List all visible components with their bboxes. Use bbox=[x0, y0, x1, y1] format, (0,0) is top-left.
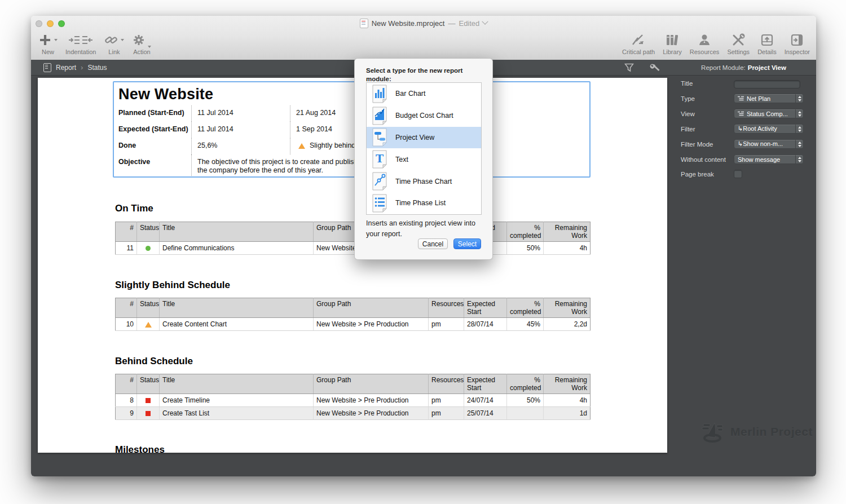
expected-label: Expected (Start-End) bbox=[114, 122, 191, 138]
summary-row-planned: Planned (Start-End) 11 Jul 2014 21 Aug 2… bbox=[114, 105, 589, 122]
inspector-label: Inspector bbox=[785, 48, 810, 55]
breadcrumb-status[interactable]: Status bbox=[87, 64, 107, 72]
report-doc-icon bbox=[43, 63, 51, 72]
table-row[interactable]: 8 Create Timeline New Website > Pre Prod… bbox=[116, 394, 591, 407]
done-label: Done bbox=[114, 138, 191, 154]
list-item-project-view[interactable]: Project View bbox=[367, 127, 481, 149]
settings-label: Settings bbox=[727, 48, 750, 55]
list-item-label: Time Phase Chart bbox=[395, 178, 452, 185]
edited-label: Edited bbox=[459, 19, 479, 28]
behind-schedule-table[interactable]: # Status Title Group Path Resources Expe… bbox=[115, 374, 591, 420]
list-item-label: Text bbox=[395, 156, 408, 163]
indentation-icon bbox=[68, 34, 93, 46]
report-page: New Website Planned (Start-End) 11 Jul 2… bbox=[38, 78, 667, 453]
link-dropdown-arrow-icon[interactable] bbox=[121, 39, 124, 41]
table-row[interactable]: 10 Create Content Chart New Website > Pr… bbox=[116, 318, 591, 331]
library-button[interactable]: Library bbox=[659, 30, 686, 59]
status-icon bbox=[146, 398, 151, 403]
slightly-behind-table[interactable]: # Status Title Group Path Resources Expe… bbox=[115, 298, 591, 331]
view-stepper[interactable] bbox=[795, 109, 803, 118]
expected-start: 11 Jul 2014 bbox=[191, 122, 290, 138]
summary-row-objective: Objective The objective of this project … bbox=[114, 154, 589, 178]
resources-button[interactable]: Resources bbox=[686, 30, 724, 59]
title-dash: — bbox=[448, 19, 455, 28]
filter-dropdown[interactable]: ↳Root Activity bbox=[734, 124, 804, 134]
window-title: New Website.mproject bbox=[372, 19, 445, 28]
title-input[interactable] bbox=[734, 80, 800, 89]
list-item-budget-cost-chart[interactable]: Budget Cost Chart bbox=[367, 105, 481, 127]
settings-button[interactable]: Settings bbox=[723, 30, 754, 59]
project-summary: Planned (Start-End) 11 Jul 2014 21 Aug 2… bbox=[114, 105, 589, 178]
library-label: Library bbox=[663, 48, 682, 55]
section-heading-on-time: On Time bbox=[115, 203, 153, 214]
merlin-logo: Merlin Project bbox=[701, 421, 813, 443]
time-phase-chart-icon bbox=[371, 172, 388, 191]
objective-line2: the company before the end of this year. bbox=[197, 166, 323, 174]
project-summary-module[interactable]: New Website Planned (Start-End) 11 Jul 2… bbox=[113, 81, 591, 178]
on-time-table[interactable]: # Status Title Group Path Resources Expe… bbox=[115, 222, 591, 255]
critical-path-icon bbox=[631, 33, 646, 47]
view-field-label: View bbox=[681, 110, 695, 117]
breadcrumb: Report › Status bbox=[43, 60, 107, 75]
app-window: New Website.mproject — Edited New bbox=[31, 16, 816, 476]
filter-mode-stepper[interactable] bbox=[795, 140, 803, 148]
filter-stepper[interactable] bbox=[795, 125, 803, 133]
inspector-button[interactable]: Inspector bbox=[781, 30, 814, 59]
new-button[interactable]: New bbox=[34, 30, 61, 59]
select-button[interactable]: Select bbox=[453, 238, 481, 249]
table-row[interactable]: 9 Create Tast List New Website > Pre Pro… bbox=[116, 407, 591, 420]
action-dropdown-arrow-icon[interactable] bbox=[148, 46, 151, 48]
list-item-time-phase-list[interactable]: Time Phase List bbox=[367, 192, 481, 214]
status-icon bbox=[146, 246, 151, 251]
list-item-label: Budget Cost Chart bbox=[395, 112, 453, 120]
critical-path-button[interactable]: Critical path bbox=[618, 30, 659, 59]
wrench-icon[interactable] bbox=[650, 63, 660, 72]
filter-mode-dropdown[interactable]: ↳Show non-m... bbox=[734, 139, 804, 149]
breadcrumb-report[interactable]: Report bbox=[56, 64, 76, 72]
action-label: Action bbox=[133, 48, 151, 55]
action-button[interactable]: Action bbox=[128, 30, 155, 59]
list-item-bar-chart[interactable]: Bar Chart bbox=[367, 83, 481, 105]
title-field-label: Title bbox=[681, 80, 693, 87]
project-title: New Website bbox=[114, 82, 589, 105]
bar-chart-icon bbox=[371, 85, 388, 103]
cancel-button[interactable]: Cancel bbox=[418, 238, 448, 249]
toolbar-right-group: Critical path Library bbox=[618, 30, 814, 59]
window-chrome: New Website.mproject — Edited New bbox=[31, 16, 816, 60]
page-break-field-label: Page break bbox=[681, 171, 714, 178]
strip-icons bbox=[624, 60, 660, 75]
page-break-checkbox[interactable] bbox=[734, 170, 742, 178]
list-item-time-phase-chart[interactable]: Time Phase Chart bbox=[367, 170, 481, 192]
popover-buttons: Cancel Select bbox=[418, 238, 481, 249]
link-button[interactable]: Link bbox=[100, 30, 128, 59]
details-button[interactable]: Details bbox=[754, 30, 781, 59]
filter-value: ↳Root Activity bbox=[738, 125, 795, 132]
screen: New Website.mproject — Edited New bbox=[0, 0, 846, 504]
budget-cost-chart-icon bbox=[371, 107, 388, 125]
view-value: Status Comp... bbox=[747, 110, 795, 117]
without-content-stepper[interactable] bbox=[795, 155, 803, 163]
filter-funnel-icon[interactable] bbox=[624, 63, 634, 72]
inspector-header-prefix: Report Module: bbox=[701, 64, 746, 71]
library-icon bbox=[665, 33, 680, 47]
new-dropdown-arrow-icon[interactable] bbox=[54, 39, 58, 41]
status-icon bbox=[146, 411, 151, 416]
breadcrumb-separator: › bbox=[81, 63, 83, 72]
type-stepper[interactable] bbox=[795, 94, 803, 103]
merlin-logo-text: Merlin Project bbox=[730, 425, 813, 439]
toolbar: New Indentation bbox=[31, 30, 816, 60]
table-header-row: # Status Title Group Path Resources Expe… bbox=[116, 298, 591, 318]
title-chevron-down-icon[interactable] bbox=[482, 19, 488, 25]
filter-mode-value: ↳Show non-m... bbox=[738, 140, 795, 148]
list-item-text[interactable]: T Text bbox=[367, 148, 481, 170]
view-dropdown[interactable]: Status Comp... bbox=[734, 109, 804, 118]
table-row[interactable]: 11 Define Communications New Website 50%… bbox=[116, 242, 591, 255]
without-content-dropdown[interactable]: Show message bbox=[734, 154, 804, 164]
indentation-button[interactable]: Indentation bbox=[61, 30, 100, 59]
report-module-popover: Select a type for the new report module:… bbox=[354, 58, 493, 260]
planned-label: Planned (Start-End) bbox=[114, 105, 191, 122]
without-content-value: Show message bbox=[738, 156, 795, 163]
objective-label: Objective bbox=[114, 154, 191, 178]
type-dropdown[interactable]: Net Plan bbox=[734, 94, 804, 103]
summary-row-expected: Expected (Start-End) 11 Jul 2014 1 Sep 2… bbox=[114, 122, 589, 138]
